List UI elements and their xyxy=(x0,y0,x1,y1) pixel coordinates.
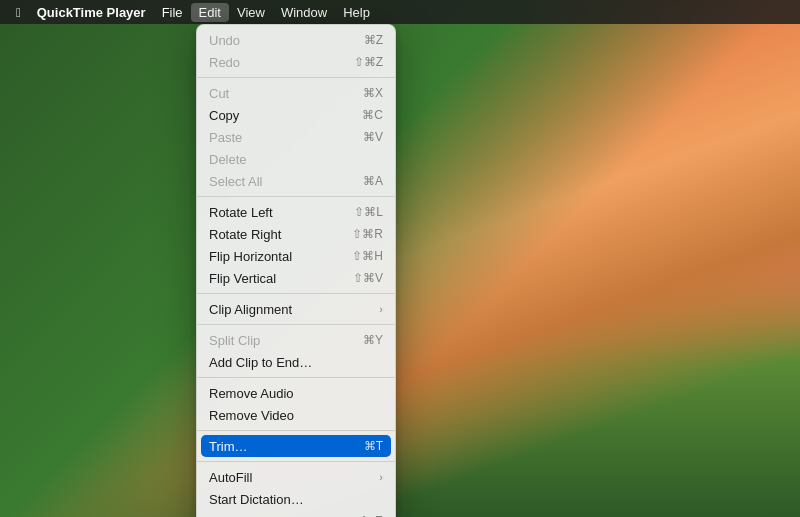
menu-item-paste[interactable]: Paste ⌘V xyxy=(197,126,395,148)
menu-item-flip-vertical-label: Flip Vertical xyxy=(209,271,276,286)
menu-item-redo-label: Redo xyxy=(209,55,240,70)
menu-item-redo-shortcut: ⇧⌘Z xyxy=(354,55,383,69)
menu-item-paste-shortcut: ⌘V xyxy=(363,130,383,144)
menu-item-paste-label: Paste xyxy=(209,130,242,145)
menubar-window[interactable]: Window xyxy=(273,3,335,22)
menu-item-emoji-symbols[interactable]: Emoji & Symbols fn E xyxy=(197,510,395,517)
menu-item-rotate-left-shortcut: ⇧⌘L xyxy=(354,205,383,219)
autofill-chevron-right-icon: › xyxy=(379,471,383,483)
menu-item-select-all-shortcut: ⌘A xyxy=(363,174,383,188)
menubar-quicktime[interactable]: QuickTime Player xyxy=(29,3,154,22)
menu-item-select-all[interactable]: Select All ⌘A xyxy=(197,170,395,192)
menu-item-rotate-right-label: Rotate Right xyxy=(209,227,281,242)
menu-item-trim[interactable]: Trim… ⌘T xyxy=(201,435,391,457)
menubar-help[interactable]: Help xyxy=(335,3,378,22)
menu-item-rotate-left-label: Rotate Left xyxy=(209,205,273,220)
menu-item-remove-video[interactable]: Remove Video xyxy=(197,404,395,426)
menu-item-autofill-label: AutoFill xyxy=(209,470,252,485)
separator-1 xyxy=(197,77,395,78)
menu-item-flip-vertical-shortcut: ⇧⌘V xyxy=(353,271,383,285)
menu-item-emoji-symbols-label: Emoji & Symbols xyxy=(209,514,307,518)
chevron-right-icon: › xyxy=(379,303,383,315)
menu-item-remove-audio[interactable]: Remove Audio xyxy=(197,382,395,404)
menu-item-split-clip-label: Split Clip xyxy=(209,333,260,348)
menu-item-start-dictation-label: Start Dictation… xyxy=(209,492,304,507)
separator-5 xyxy=(197,377,395,378)
separator-4 xyxy=(197,324,395,325)
menu-item-flip-horizontal-shortcut: ⇧⌘H xyxy=(352,249,383,263)
menu-item-add-clip-to-end[interactable]: Add Clip to End… xyxy=(197,351,395,373)
menu-item-start-dictation[interactable]: Start Dictation… xyxy=(197,488,395,510)
menu-item-trim-shortcut: ⌘T xyxy=(364,439,383,453)
menu-item-cut-shortcut: ⌘X xyxy=(363,86,383,100)
menu-item-cut-label: Cut xyxy=(209,86,229,101)
menu-item-rotate-right-shortcut: ⇧⌘R xyxy=(352,227,383,241)
menu-item-remove-video-label: Remove Video xyxy=(209,408,294,423)
menu-item-redo[interactable]: Redo ⇧⌘Z xyxy=(197,51,395,73)
separator-3 xyxy=(197,293,395,294)
menu-item-delete-label: Delete xyxy=(209,152,247,167)
menu-item-undo-shortcut: ⌘Z xyxy=(364,33,383,47)
edit-menu: Undo ⌘Z Redo ⇧⌘Z Cut ⌘X Copy ⌘C Paste ⌘V… xyxy=(196,24,396,517)
menubar-items:  QuickTime Player File Edit View Window… xyxy=(8,3,378,22)
menu-item-copy-shortcut: ⌘C xyxy=(362,108,383,122)
separator-2 xyxy=(197,196,395,197)
menu-item-cut[interactable]: Cut ⌘X xyxy=(197,82,395,104)
menu-item-flip-horizontal-label: Flip Horizontal xyxy=(209,249,292,264)
menubar-view[interactable]: View xyxy=(229,3,273,22)
menu-item-delete[interactable]: Delete xyxy=(197,148,395,170)
menu-item-trim-label: Trim… xyxy=(209,439,248,454)
menu-item-flip-vertical[interactable]: Flip Vertical ⇧⌘V xyxy=(197,267,395,289)
menu-item-select-all-label: Select All xyxy=(209,174,262,189)
menu-item-rotate-left[interactable]: Rotate Left ⇧⌘L xyxy=(197,201,395,223)
menu-item-copy[interactable]: Copy ⌘C xyxy=(197,104,395,126)
menu-item-split-clip-shortcut: ⌘Y xyxy=(363,333,383,347)
menu-item-undo[interactable]: Undo ⌘Z xyxy=(197,29,395,51)
menu-item-undo-label: Undo xyxy=(209,33,240,48)
menu-item-autofill[interactable]: AutoFill › xyxy=(197,466,395,488)
desktop-background xyxy=(0,0,800,517)
menubar:  QuickTime Player File Edit View Window… xyxy=(0,0,800,24)
menu-item-clip-alignment-label: Clip Alignment xyxy=(209,302,292,317)
separator-6 xyxy=(197,430,395,431)
menu-item-flip-horizontal[interactable]: Flip Horizontal ⇧⌘H xyxy=(197,245,395,267)
menu-item-split-clip[interactable]: Split Clip ⌘Y xyxy=(197,329,395,351)
menubar-file[interactable]: File xyxy=(154,3,191,22)
menu-item-clip-alignment[interactable]: Clip Alignment › xyxy=(197,298,395,320)
menubar-edit[interactable]: Edit xyxy=(191,3,229,22)
menu-item-add-clip-to-end-label: Add Clip to End… xyxy=(209,355,312,370)
menu-item-remove-audio-label: Remove Audio xyxy=(209,386,294,401)
separator-7 xyxy=(197,461,395,462)
menu-item-copy-label: Copy xyxy=(209,108,239,123)
menubar-apple[interactable]:  xyxy=(8,3,29,22)
menu-item-rotate-right[interactable]: Rotate Right ⇧⌘R xyxy=(197,223,395,245)
